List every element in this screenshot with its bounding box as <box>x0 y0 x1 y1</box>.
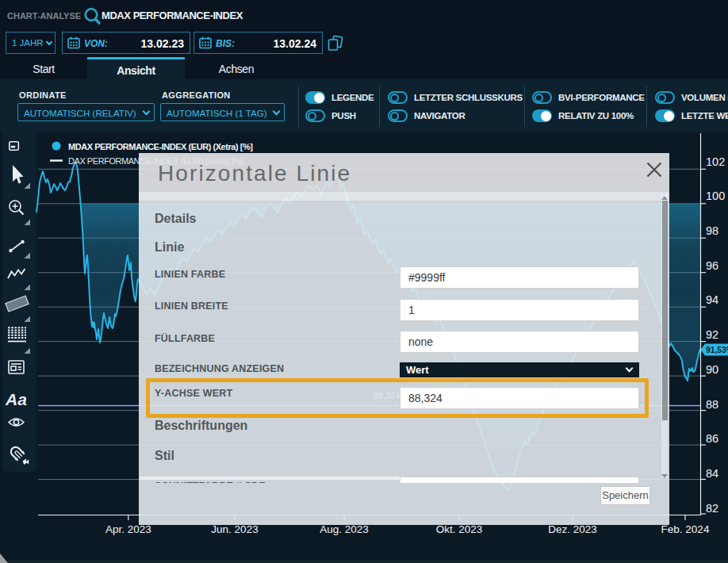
svg-text:92: 92 <box>706 328 718 341</box>
svg-text:86: 86 <box>706 432 718 445</box>
svg-text:84: 84 <box>706 467 718 480</box>
svg-text:100: 100 <box>706 190 725 202</box>
svg-text:88: 88 <box>706 398 718 411</box>
svg-text:Aa: Aa <box>5 390 27 408</box>
svg-text:102: 102 <box>706 155 725 168</box>
svg-text:MDAX PERFORMANCE-INDEX (EUR) (: MDAX PERFORMANCE-INDEX (EUR) (Xetra) [%] <box>68 142 253 151</box>
svg-text:90: 90 <box>706 363 718 376</box>
svg-text:82: 82 <box>706 502 718 515</box>
svg-text:94: 94 <box>706 293 718 306</box>
svg-text:96: 96 <box>706 259 718 272</box>
svg-text:98: 98 <box>706 224 718 237</box>
svg-text:91,53%: 91,53% <box>706 346 728 354</box>
